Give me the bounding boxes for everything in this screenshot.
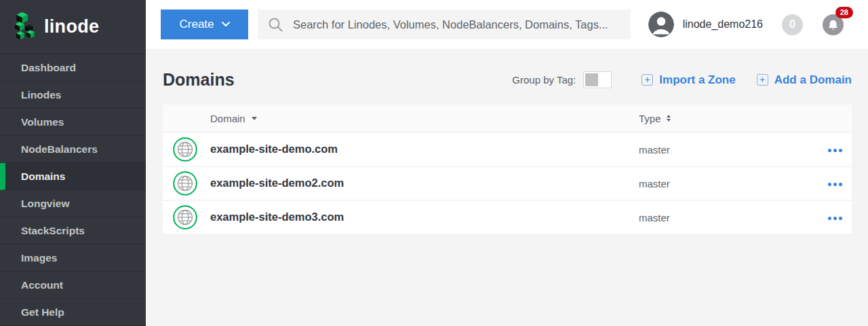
group-by-tag-toggle[interactable] [583, 71, 612, 88]
column-header-domain[interactable]: Domain [210, 113, 257, 124]
sidebar-item-label: StackScripts [21, 225, 85, 237]
plus-icon: + [642, 74, 653, 86]
import-a-zone-link[interactable]: + Import a Zone [642, 73, 735, 87]
domains-table: Domain Type example-site-demo.com master [163, 105, 852, 234]
sidebar-item-domains[interactable]: Domains [0, 163, 146, 190]
sidebar-item-volumes[interactable]: Volumes [0, 109, 146, 136]
table-row: example-site-demo2.com master [163, 167, 852, 200]
linode-logo-icon [9, 10, 37, 44]
sidebar-item-linodes[interactable]: Linodes [0, 82, 146, 109]
sort-icon [667, 115, 671, 122]
sidebar: linode Dashboard Linodes Volumes NodeBal… [0, 0, 146, 326]
globe-icon [173, 137, 197, 162]
column-header-type[interactable]: Type [639, 113, 671, 124]
import-a-zone-label: Import a Zone [659, 73, 735, 87]
sidebar-item-get-help[interactable]: Get Help [0, 299, 146, 326]
add-a-domain-label: Add a Domain [774, 73, 852, 87]
sidebar-item-longview[interactable]: Longview [0, 190, 146, 217]
domain-link[interactable]: example-site-demo3.com [210, 211, 344, 223]
sort-desc-icon [252, 117, 257, 120]
table-body: example-site-demo.com master example-sit… [163, 133, 852, 234]
search-bar [258, 10, 631, 39]
sidebar-item-images[interactable]: Images [0, 244, 146, 272]
pending-actions-badge[interactable]: 0 [782, 14, 803, 35]
sidebar-item-nodebalancers[interactable]: NodeBalancers [0, 136, 146, 163]
sidebar-item-label: NodeBalancers [21, 143, 98, 156]
sidebar-item-stackscripts[interactable]: StackScripts [0, 217, 146, 244]
topbar: Create linode_demo216 0 [146, 0, 868, 49]
sidebar-item-label: Longview [21, 198, 69, 210]
domain-link[interactable]: example-site-demo.com [210, 143, 338, 156]
create-button-label: Create [179, 18, 214, 31]
domain-type: master [639, 178, 670, 189]
column-header-type-label: Type [639, 113, 661, 124]
sidebar-item-label: Volumes [21, 116, 64, 128]
table-row: example-site-demo3.com master [163, 201, 852, 234]
linode-logo-text: linode [44, 16, 99, 37]
globe-icon [173, 171, 197, 196]
page-title: Domains [163, 70, 235, 90]
sidebar-item-label: Domains [21, 170, 65, 183]
notifications-button[interactable]: 28 [823, 14, 844, 35]
linode-logo[interactable]: linode [0, 0, 146, 54]
sidebar-item-label: Dashboard [21, 62, 76, 74]
sidebar-item-label: Account [21, 279, 63, 291]
chevron-down-icon [222, 22, 230, 27]
domain-type: master [639, 212, 670, 223]
plus-icon: + [757, 74, 768, 86]
sidebar-nav: Dashboard Linodes Volumes NodeBalancers … [0, 54, 146, 326]
sidebar-item-dashboard[interactable]: Dashboard [0, 54, 146, 82]
sidebar-item-label: Get Help [21, 306, 64, 319]
bell-icon [827, 19, 840, 31]
notification-count-badge: 28 [835, 7, 853, 18]
column-header-domain-label: Domain [210, 113, 245, 124]
add-a-domain-link[interactable]: + Add a Domain [757, 73, 852, 87]
user-cluster: linode_demo216 0 28 [648, 12, 844, 37]
create-button[interactable]: Create [161, 10, 248, 39]
table-row: example-site-demo.com master [163, 133, 852, 166]
user-icon [648, 12, 674, 37]
row-actions-button[interactable] [827, 147, 844, 153]
sidebar-item-account[interactable]: Account [0, 272, 146, 299]
main-content: Domains Group by Tag: + Import a Zone + … [146, 49, 868, 326]
domain-type: master [639, 144, 670, 156]
toggle-knob [585, 73, 598, 86]
domain-link[interactable]: example-site-demo2.com [210, 177, 344, 189]
group-by-tag-label: Group by Tag: [512, 74, 576, 86]
row-actions-button[interactable] [827, 181, 844, 187]
sidebar-item-label: Images [21, 252, 57, 264]
table-header-row: Domain Type [163, 105, 852, 132]
sidebar-item-label: Linodes [21, 89, 61, 101]
search-input[interactable] [293, 18, 631, 31]
globe-icon [173, 205, 197, 230]
avatar[interactable] [648, 12, 674, 37]
search-icon [268, 17, 283, 33]
username[interactable]: linode_demo216 [683, 18, 763, 31]
row-actions-button[interactable] [827, 215, 844, 221]
